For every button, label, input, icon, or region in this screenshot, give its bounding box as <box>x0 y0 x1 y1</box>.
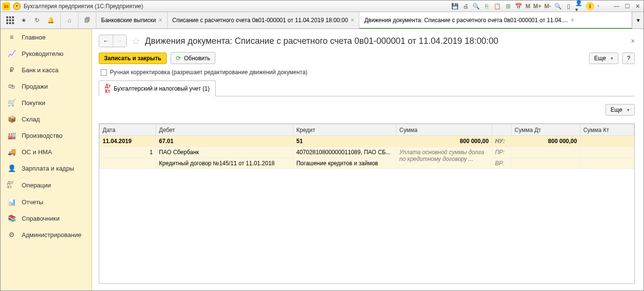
cell-credit: Погашение кредитов и займов <box>293 158 396 169</box>
bars-icon: 📊 <box>7 198 16 206</box>
sidebar-item-salary[interactable]: 👤Зарплата и кадры <box>0 160 92 176</box>
sidebar-item-label: Руководителю <box>22 50 64 57</box>
subtab-label: Бухгалтерский и налоговый учет (1) <box>114 85 210 92</box>
table-row[interactable]: 11.04.2019 67.01 51 800 000,00 НУ: 800 0… <box>100 136 634 147</box>
history-icon[interactable]: ↻ <box>32 15 42 25</box>
svg-rect-3 <box>6 19 8 21</box>
col-sum-dt[interactable]: Сумма Дт <box>512 124 580 136</box>
calculator-icon[interactable]: ⊞ <box>504 2 512 10</box>
tab-menu-icon[interactable]: ▾ <box>632 12 644 28</box>
sidebar-item-warehouse[interactable]: 📦Склад <box>0 111 92 127</box>
col-sum-kt[interactable]: Сумма Кт <box>580 124 634 136</box>
star-icon[interactable]: ★ <box>19 15 28 25</box>
sidebar-item-label: Зарплата и кадры <box>22 165 74 172</box>
gear-icon: ⚙ <box>7 231 16 238</box>
sidebar-item-manager[interactable]: 📈Руководителю <box>0 45 92 62</box>
m-minus-button[interactable]: M- <box>544 3 551 10</box>
sidebar-item-operations[interactable]: Дт/КтОперации <box>0 176 92 194</box>
zoom-icon[interactable]: 🔍 <box>554 2 562 10</box>
back-button[interactable]: ← <box>99 35 113 47</box>
m-plus-button[interactable]: M+ <box>533 3 541 10</box>
sidebar-item-main[interactable]: ≡Главное <box>0 29 92 45</box>
minimize-icon[interactable]: — <box>613 2 620 10</box>
print-icon[interactable]: 🖨 <box>462 2 470 10</box>
cell-debit: ПАО Сбербанк <box>156 147 293 158</box>
panel-icon[interactable]: ▯ <box>565 2 572 10</box>
grid-header-row: Дата Дебет Кредит Сумма Сумма Дт Сумма К… <box>100 124 634 136</box>
top-nav-row: ★ ↻ 🔔 ⌂ 🗐 Банковские выписки × Списание … <box>0 12 644 29</box>
more-button[interactable]: Еще <box>589 53 618 64</box>
sidebar-item-label: Главное <box>22 34 46 41</box>
col-date[interactable]: Дата <box>100 124 156 136</box>
sidebar-item-admin[interactable]: ⚙Администрирование <box>0 226 92 243</box>
cart-icon: 🛒 <box>7 99 16 106</box>
sidebar-item-bank[interactable]: ₽Банк и касса <box>0 62 92 78</box>
favorite-star-icon[interactable]: ☆ <box>131 35 140 47</box>
tab-label: Списание с расчетного счета 0в01-000001 … <box>172 17 348 24</box>
ruble-icon: ₽ <box>7 66 16 74</box>
manual-edit-label: Ручная корректировка (разрешает редактир… <box>110 69 307 76</box>
docs-icon[interactable]: 🗐 <box>82 15 92 25</box>
table-row[interactable]: 1 ПАО Сбербанк 40702810800000011089, ПАО… <box>100 147 634 158</box>
tab-writeoff-doc[interactable]: Списание с расчетного счета 0в01-000001 … <box>168 12 360 28</box>
cell-empty <box>100 158 156 169</box>
calendar-icon[interactable]: 📅 <box>515 2 523 10</box>
sidebar-item-references[interactable]: 📚Справочники <box>0 210 92 226</box>
tab-label: Движения документа: Списание с расчетног… <box>364 17 567 24</box>
cell-credit: 40702810800000011089, ПАО СБ... <box>293 147 396 158</box>
close-icon[interactable]: × <box>159 17 162 24</box>
forward-button[interactable]: → <box>113 35 126 47</box>
info-icon[interactable]: i <box>586 2 594 11</box>
cell-n: 1 <box>100 147 156 158</box>
person-icon: 👤 <box>7 164 16 172</box>
sidebar-item-reports[interactable]: 📊Отчеты <box>0 194 92 210</box>
save-close-button[interactable]: Записать и закрыть <box>99 53 167 64</box>
sidebar-item-sales[interactable]: 🛍Продажи <box>0 78 92 94</box>
cell-nu-label: НУ: <box>492 136 512 147</box>
factory-icon: 🏭 <box>7 132 16 139</box>
bell-icon[interactable]: 🔔 <box>46 15 55 25</box>
page-title: Движения документа: Списание с расчетног… <box>145 36 499 46</box>
sidebar-item-assets[interactable]: 🚚ОС и НМА <box>0 144 92 160</box>
logo-1c-icon: 1c <box>2 2 10 10</box>
sidebar-item-production[interactable]: 🏭Производство <box>0 127 92 144</box>
apps-icon[interactable] <box>5 15 15 25</box>
col-sum[interactable]: Сумма <box>396 124 492 136</box>
window-title: Бухгалтерия предприятия (1С:Предприятие) <box>24 3 143 10</box>
window-titlebar: 1c ▾ Бухгалтерия предприятия (1С:Предпри… <box>0 0 644 12</box>
close-icon[interactable]: × <box>571 17 574 24</box>
close-icon[interactable]: × <box>631 37 635 45</box>
sidebar-item-purchases[interactable]: 🛒Покупки <box>0 94 92 111</box>
home-icon[interactable]: ⌂ <box>65 15 74 25</box>
manual-edit-checkbox[interactable] <box>101 69 107 76</box>
tab-movements[interactable]: Движения документа: Списание с расчетног… <box>359 12 632 29</box>
subtab-accounting[interactable]: ДтКт Бухгалтерский и налоговый учет (1) <box>99 80 216 96</box>
save-icon[interactable]: 💾 <box>451 2 459 10</box>
compare-icon[interactable]: ⎘ <box>483 2 491 10</box>
cell-debit: 67.01 <box>156 136 293 147</box>
box-icon: 📦 <box>7 115 16 123</box>
preview-icon[interactable]: 🔍 <box>473 2 480 10</box>
close-icon[interactable]: × <box>351 17 354 24</box>
m-button[interactable]: M <box>526 3 530 10</box>
close-icon[interactable]: ✕ <box>634 2 642 10</box>
col-credit[interactable]: Кредит <box>293 124 396 136</box>
tab-bank-statements[interactable]: Банковские выписки × <box>96 12 168 28</box>
svg-rect-2 <box>12 16 14 18</box>
user-icon[interactable]: 👤▾ <box>575 2 583 10</box>
menu-icon: ≡ <box>7 33 16 41</box>
chart-icon: 📈 <box>7 50 16 57</box>
sidebar-item-label: Справочники <box>22 215 60 222</box>
svg-rect-8 <box>12 22 14 24</box>
grid-more-button[interactable]: Еще <box>605 104 635 116</box>
maximize-icon[interactable]: ☐ <box>623 2 631 10</box>
copy-icon[interactable]: 📋 <box>494 2 501 10</box>
table-row[interactable]: Кредитный договор №145/11 от 11.01.2018 … <box>100 158 634 169</box>
dropdown-circle-icon[interactable]: ▾ <box>13 2 21 10</box>
col-debit[interactable]: Дебет <box>156 124 293 136</box>
tab-label: Банковские выписки <box>101 17 156 24</box>
help-button[interactable]: ? <box>622 53 635 64</box>
refresh-button[interactable]: ⟳Обновить <box>171 52 215 64</box>
sidebar-item-label: Банк и касса <box>22 66 59 74</box>
col-empty[interactable] <box>492 124 512 136</box>
